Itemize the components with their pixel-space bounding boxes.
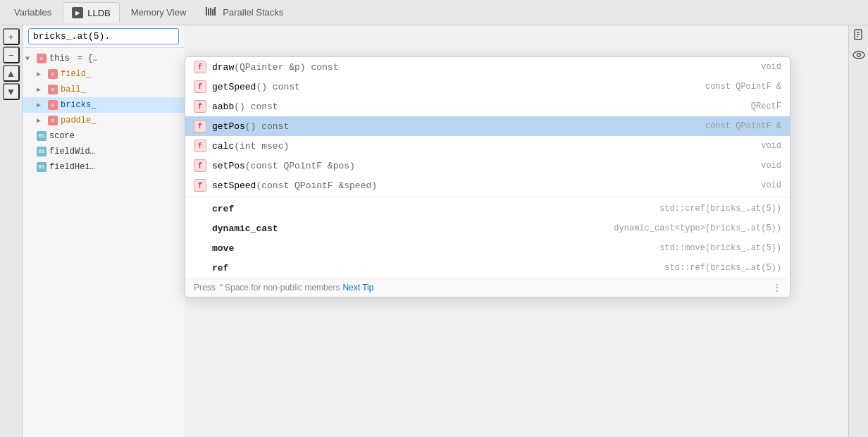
expand-arrow-this: ▼	[25, 55, 37, 63]
up-button[interactable]: ▲	[3, 65, 20, 82]
variables-panel: ▼ ≡ this = {… ▶ ≡ field_ ▶ ≡ ball_	[23, 25, 185, 437]
ac-method-name-getspeed: getSpeed	[212, 82, 256, 92]
ac-method-name-setspeed: setSpeed	[212, 180, 256, 191]
var-icon-struct-bricks: ≡	[48, 100, 58, 110]
ac-method-params-calc: (int msec)	[234, 141, 289, 152]
ac-item-ref[interactable]: ref std::ref(bricks_…at(5))	[185, 258, 790, 278]
ac-return-aabb: QRectF	[655, 101, 781, 111]
ac-badge-setspeed: f	[194, 179, 206, 192]
var-name-paddle: paddle_	[61, 116, 96, 125]
ac-keyword-move: move	[212, 243, 659, 254]
down-button[interactable]: ▼	[3, 83, 20, 100]
ac-method-params-draw: (QPainter &p) const	[234, 62, 338, 73]
ac-badge-getpos: f	[194, 120, 206, 133]
var-icon-struct-ball: ≡	[48, 85, 58, 94]
ac-badge-draw: f	[194, 61, 206, 73]
tree-item-fieldheight[interactable]: ▶ 01 fieldHei…	[23, 159, 185, 175]
ac-method-getpos: getPos() const	[212, 121, 655, 132]
var-name-fieldwidth: fieldWid…	[49, 147, 95, 156]
ac-keyword-detail-cref: std::cref(bricks_.at(5))	[659, 204, 781, 214]
ac-keyword-ref: ref	[212, 263, 664, 273]
ac-method-calc: calc(int msec)	[212, 141, 655, 152]
ac-item-setpos[interactable]: f setPos(const QPointF &pos) void	[185, 156, 790, 176]
ac-badge-getspeed: f	[194, 80, 206, 93]
ac-item-setspeed[interactable]: f setSpeed(const QPointF &speed) void	[185, 176, 790, 195]
svg-rect-4	[214, 7, 216, 16]
separator-1	[185, 197, 790, 197]
expression-input[interactable]	[28, 28, 179, 44]
var-icon-int-score: 01	[37, 131, 46, 141]
variable-tree: ▼ ≡ this = {… ▶ ≡ field_ ▶ ≡ ball_	[23, 48, 185, 437]
ac-method-setspeed: setSpeed(const QPointF &speed)	[212, 180, 655, 191]
tab-variables-label: Variables	[14, 7, 51, 18]
content-row: + − ▲ ▼ ▼ ≡ this = {…	[0, 25, 868, 437]
var-icon-int-fieldheight: 01	[37, 162, 46, 172]
tree-item-paddle[interactable]: ▶ ≡ paddle_	[23, 113, 185, 128]
ac-item-getspeed[interactable]: f getSpeed() const const QPointF &	[185, 77, 790, 97]
ac-method-setpos: setPos(const QPointF &pos)	[212, 161, 655, 171]
ac-method-params-setpos: (const QPointF &pos)	[245, 161, 355, 171]
eye-icon[interactable]	[852, 48, 866, 62]
ac-item-aabb[interactable]: f aabb() const QRectF	[185, 97, 790, 116]
expression-input-container	[28, 28, 179, 44]
autocomplete-wrapper: f draw(QPainter &p) const void f getSpee…	[185, 25, 848, 437]
ac-keyword-cref: cref	[212, 204, 659, 214]
tree-item-fieldwidth[interactable]: ▶ 01 fieldWid…	[23, 144, 185, 159]
ac-return-draw: void	[655, 62, 781, 72]
autocomplete-dropdown: f draw(QPainter &p) const void f getSpee…	[185, 56, 790, 297]
var-value-this: = {…	[73, 54, 98, 63]
add-button[interactable]: +	[3, 28, 20, 45]
svg-rect-0	[206, 7, 207, 16]
minus-button[interactable]: −	[3, 47, 20, 63]
ac-keyword-detail-dynamic-cast: dynamic_cast<type>(bricks_.at(5))	[614, 223, 781, 233]
ac-next-tip[interactable]: Next Tip	[342, 283, 373, 293]
ac-badge-calc: f	[194, 140, 206, 152]
ac-footer: Press ⌃Space for non-public members Next…	[185, 278, 790, 297]
tree-item-this[interactable]: ▼ ≡ this = {…	[23, 51, 185, 66]
left-toolbar: + − ▲ ▼	[0, 25, 23, 437]
ac-keyword-detail-ref: std::ref(bricks_…at(5))	[664, 263, 781, 273]
debug-panel: Variables ▶ LLDB Memory View Parallel St…	[0, 0, 868, 437]
var-icon-int-fieldwidth: 01	[37, 147, 46, 156]
ac-footer-hint: Press ⌃Space for non-public members	[194, 283, 340, 293]
svg-rect-3	[212, 9, 213, 16]
var-icon-struct-field: ≡	[48, 69, 58, 79]
ac-method-name-getpos: getPos	[212, 121, 245, 132]
tree-item-bricks[interactable]: ▶ ≡ bricks_	[23, 97, 185, 113]
tab-memory-view-label: Memory View	[131, 7, 187, 18]
tab-parallel-stacks-label: Parallel Stacks	[223, 7, 283, 18]
var-icon-struct-this: ≡	[37, 54, 46, 63]
tab-variables[interactable]: Variables	[6, 3, 60, 22]
var-name-field: field_	[61, 69, 91, 79]
tab-bar: Variables ▶ LLDB Memory View Parallel St…	[0, 0, 868, 25]
tree-item-score[interactable]: ▶ 01 score	[23, 128, 185, 144]
tab-lldb[interactable]: ▶ LLDB	[63, 2, 120, 23]
ac-item-cref[interactable]: cref std::cref(bricks_.at(5))	[185, 199, 790, 218]
ac-keyword-detail-move: std::move(bricks_.at(5))	[659, 243, 781, 253]
ac-item-calc[interactable]: f calc(int msec) void	[185, 136, 790, 156]
ac-item-move[interactable]: move std::move(bricks_.at(5))	[185, 238, 790, 258]
svg-rect-2	[210, 8, 211, 16]
var-icon-struct-paddle: ≡	[48, 116, 58, 125]
svg-point-10	[857, 54, 860, 57]
ac-item-getpos[interactable]: f getPos() const const QPointF &	[185, 116, 790, 136]
ac-method-aabb: aabb() const	[212, 101, 655, 112]
var-name-bricks: bricks_	[61, 100, 96, 110]
ac-method-name-calc: calc	[212, 141, 234, 152]
tab-memory-view[interactable]: Memory View	[123, 3, 195, 22]
ac-method-params-getpos: () const	[245, 121, 289, 132]
ac-method-params-aabb: () const	[234, 101, 278, 112]
ac-item-dynamic-cast[interactable]: dynamic_cast dynamic_cast<type>(bricks_.…	[185, 218, 790, 238]
ac-badge-setpos: f	[194, 159, 206, 172]
ac-item-draw[interactable]: f draw(QPainter &p) const void	[185, 57, 790, 77]
ac-method-name-draw: draw	[212, 62, 234, 73]
var-name-this: this	[49, 54, 70, 63]
expand-arrow-field: ▶	[37, 70, 48, 78]
lldb-icon: ▶	[72, 7, 83, 18]
tree-item-ball[interactable]: ▶ ≡ ball_	[23, 82, 185, 97]
document-icon[interactable]	[852, 28, 866, 42]
tree-item-field[interactable]: ▶ ≡ field_	[23, 66, 185, 82]
tab-parallel-stacks[interactable]: Parallel Stacks	[197, 3, 292, 22]
ac-footer-more-icon[interactable]: ⋮	[773, 283, 781, 293]
expand-arrow-ball: ▶	[37, 85, 48, 94]
